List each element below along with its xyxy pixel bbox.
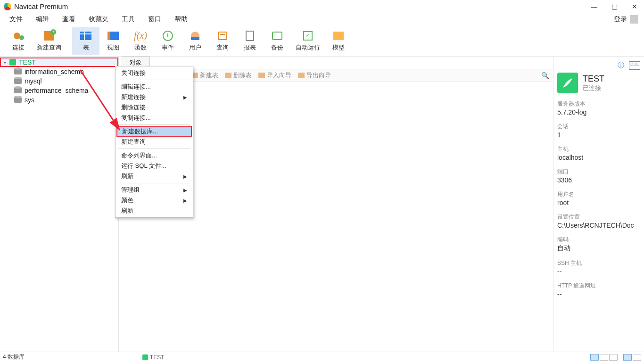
toolbar-backup[interactable]: 备份	[264, 27, 291, 55]
view-list-button[interactable]	[600, 354, 608, 361]
view-detail-button[interactable]	[609, 354, 618, 361]
panel-toggle-2[interactable]	[633, 354, 641, 361]
tree-db-information-schema[interactable]: information_schema	[0, 67, 118, 76]
tree-db-mysql[interactable]: mysql	[0, 76, 118, 86]
clock-icon	[163, 31, 173, 41]
object-search-input[interactable]	[460, 72, 536, 79]
main-toolbar: 连接 新建查询 表 视图 f(x)函数 事件 用户 查询 报表 备份 自动运行 …	[0, 25, 644, 57]
export-icon	[298, 73, 305, 78]
ctx-delete-connection[interactable]: 删除连接	[116, 102, 192, 113]
ctx-edit-connection[interactable]: 编辑连接...	[116, 82, 192, 92]
title-bar: Navicat Premium — ▢ ✕	[0, 0, 644, 13]
close-button[interactable]: ✕	[629, 3, 640, 10]
menu-file[interactable]: 文件	[3, 15, 29, 24]
info-conn-name: TEST	[583, 74, 604, 84]
import-icon	[258, 73, 265, 78]
ctx-run-sql-file[interactable]: 运行 SQL 文件...	[116, 161, 192, 171]
database-icon	[14, 78, 22, 84]
backup-icon	[272, 32, 282, 40]
status-bar: 4 数据库 TEST	[0, 352, 644, 362]
ctx-new-query[interactable]: 新建查询	[116, 137, 192, 147]
window-controls: — ▢ ✕	[588, 3, 640, 10]
toolbar-query[interactable]: 查询	[209, 27, 236, 55]
ctx-refresh[interactable]: 刷新▶	[116, 171, 192, 181]
info-host: localhost	[557, 154, 640, 161]
toolbar-table[interactable]: 表	[72, 27, 99, 55]
toolbar-event[interactable]: 事件	[154, 27, 182, 55]
query-icon	[218, 32, 227, 40]
menu-help[interactable]: 帮助	[168, 15, 194, 24]
toolbar-model[interactable]: 模型	[325, 27, 352, 55]
info-panel: ⓘ DDL TEST 已连接 服务器版本5.7.20-log 会话1 主机loc…	[553, 57, 644, 352]
delete-table-icon	[225, 73, 231, 78]
table-icon	[80, 32, 91, 40]
minimize-button[interactable]: —	[588, 3, 600, 10]
login-area[interactable]: 登录	[614, 15, 641, 24]
tree-db-performance-schema[interactable]: performance_schema	[0, 86, 118, 95]
info-session: 1	[557, 131, 640, 139]
separator	[69, 29, 69, 53]
function-icon: f(x)	[134, 30, 147, 41]
toolbar-connect[interactable]: 连接	[5, 27, 32, 55]
info-server-version: 5.7.20-log	[557, 108, 640, 116]
separator	[118, 80, 190, 80]
menu-window[interactable]: 窗口	[141, 15, 168, 24]
ctx-close-connection[interactable]: 关闭连接	[116, 68, 192, 78]
avatar-icon	[630, 15, 638, 24]
obj-export-wizard[interactable]: 导出向导	[296, 70, 333, 81]
obj-new-table[interactable]: 新建表	[190, 70, 220, 81]
separator	[118, 183, 190, 183]
database-icon	[14, 69, 22, 74]
submenu-arrow-icon: ▶	[183, 174, 187, 179]
toolbar-report[interactable]: 报表	[236, 27, 264, 55]
submenu-arrow-icon: ▶	[183, 198, 187, 203]
ctx-color[interactable]: 颜色▶	[116, 195, 192, 206]
menu-tools[interactable]: 工具	[115, 15, 141, 24]
submenu-arrow-icon: ▶	[183, 188, 187, 193]
menu-bar: 文件 编辑 查看 收藏夹 工具 窗口 帮助 登录	[0, 13, 644, 25]
toolbar-function[interactable]: f(x)函数	[127, 27, 154, 55]
view-grid-button[interactable]	[590, 354, 599, 361]
database-icon	[14, 88, 22, 93]
ctx-new-connection[interactable]: 新建连接▶	[116, 92, 192, 102]
ctx-command-line[interactable]: 命令列界面...	[116, 150, 192, 161]
info-port: 3306	[557, 176, 640, 184]
panel-toggle-1[interactable]	[623, 354, 632, 361]
ctx-manage-group[interactable]: 管理组▶	[116, 185, 192, 195]
body: ▾ TEST information_schema mysql performa…	[0, 57, 644, 352]
new-query-icon	[44, 31, 54, 41]
toolbar-view[interactable]: 视图	[99, 27, 127, 55]
obj-delete-table[interactable]: 删除表	[223, 70, 254, 81]
info-http: --	[557, 290, 640, 298]
maximize-button[interactable]: ▢	[609, 3, 620, 10]
model-icon	[333, 32, 344, 40]
status-connection: TEST	[142, 354, 165, 361]
info-icon[interactable]: ⓘ	[618, 61, 624, 70]
tree-db-sys[interactable]: sys	[0, 95, 118, 105]
menu-view[interactable]: 查看	[56, 15, 82, 24]
ddl-icon[interactable]: DDL	[629, 61, 640, 70]
context-menu: 关闭连接 编辑连接... 新建连接▶ 删除连接 复制连接... 新建数据库...…	[115, 66, 193, 218]
connection-icon	[9, 59, 16, 66]
menu-favorites[interactable]: 收藏夹	[82, 15, 115, 24]
connection-tree: ▾ TEST information_schema mysql performa…	[0, 57, 119, 352]
login-label: 登录	[614, 15, 627, 24]
info-ssh: --	[557, 268, 640, 275]
ctx-refresh-2[interactable]: 刷新	[116, 206, 192, 216]
menu-edit[interactable]: 编辑	[29, 15, 56, 24]
toolbar-user[interactable]: 用户	[182, 27, 209, 55]
status-db-count: 4 数据库	[3, 353, 25, 361]
ctx-new-database[interactable]: 新建数据库...	[116, 126, 192, 137]
connect-icon	[13, 32, 24, 40]
tree-connection-test[interactable]: ▾ TEST	[0, 58, 118, 67]
expand-arrow-icon: ▾	[4, 60, 9, 65]
ctx-copy-connection[interactable]: 复制连接...	[116, 113, 192, 123]
search-icon[interactable]: 🔍	[541, 72, 549, 79]
tree-root-label: TEST	[19, 58, 36, 66]
obj-import-wizard[interactable]: 导入向导	[256, 70, 293, 81]
app-title: Navicat Premium	[14, 2, 68, 10]
toolbar-new-query[interactable]: 新建查询	[32, 27, 66, 55]
view-mode-buttons	[590, 354, 641, 361]
toolbar-autorun[interactable]: 自动运行	[291, 27, 325, 55]
info-location: C:\Users\RCNJTECH\Doc	[557, 222, 640, 229]
